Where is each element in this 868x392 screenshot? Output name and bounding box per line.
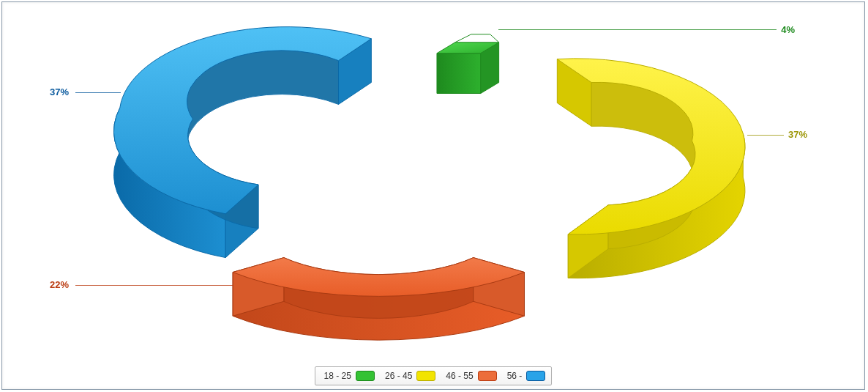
legend-box: 18 - 25 26 - 45 46 - 55 56 - — [315, 366, 553, 385]
slice-label-46-55: 22% — [50, 279, 69, 290]
slice-label-56-plus: 37% — [50, 86, 69, 97]
legend-label: 56 - — [507, 371, 523, 381]
legend-item-56-plus[interactable]: 56 - — [507, 371, 546, 381]
legend-label: 46 - 55 — [446, 371, 473, 381]
legend-swatch-yellow — [416, 371, 435, 381]
legend: 18 - 25 26 - 45 46 - 55 56 - — [2, 366, 864, 386]
slice-18-25 — [437, 34, 499, 94]
leader-46-55 — [75, 285, 233, 286]
leader-56-plus — [75, 92, 121, 93]
legend-item-18-25[interactable]: 18 - 25 — [324, 371, 375, 381]
legend-label: 18 - 25 — [324, 371, 351, 381]
leader-26-45 — [747, 135, 784, 136]
slice-26-45 — [557, 59, 745, 278]
legend-swatch-blue — [526, 371, 545, 381]
slice-label-18-25: 4% — [781, 24, 795, 35]
slice-label-26-45: 37% — [788, 129, 807, 140]
legend-item-26-45[interactable]: 26 - 45 — [385, 371, 435, 381]
legend-swatch-orange — [478, 371, 497, 381]
donut-3d — [2, 2, 864, 364]
chart-area: 4% 37% 22% 37% — [2, 2, 864, 364]
legend-swatch-green — [356, 371, 375, 381]
chart-frame: 4% 37% 22% 37% 18 - 25 26 - 45 46 - 55 5… — [1, 1, 865, 390]
slice-46-55 — [233, 258, 524, 341]
leader-18-25 — [498, 29, 777, 30]
legend-item-46-55[interactable]: 46 - 55 — [446, 371, 496, 381]
legend-label: 26 - 45 — [385, 371, 412, 381]
slice-56-plus — [114, 27, 372, 258]
